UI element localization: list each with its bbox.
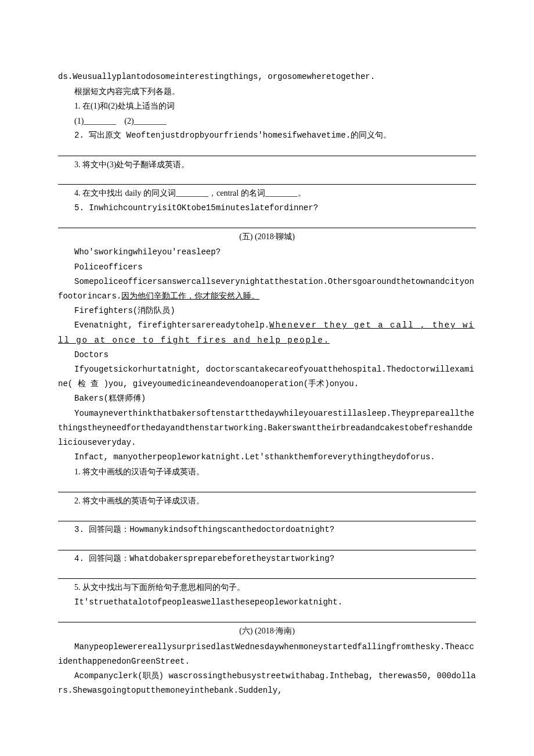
p2a: Somepoliceofficersanswercallseverynighta… — [58, 277, 474, 301]
section5-p5: Youmayneverthinkthatbakersoftenstartthed… — [58, 406, 476, 451]
answer-line[interactable] — [58, 567, 476, 579]
section5-h4: Bakers(糕饼师傅) — [58, 391, 476, 406]
section4-q5: 5. InwhichcountryisitOKtobe15minuteslate… — [58, 201, 476, 215]
section4-intro: 根据短文内容完成下列各题。 — [58, 84, 476, 99]
section4-q3: 3. 将文中(3)处句子翻译成英语。 — [58, 157, 476, 172]
section5-q4: 4. 回答问题：Whatdobakerspreparebeforetheysta… — [58, 552, 476, 566]
answer-line[interactable] — [58, 480, 476, 492]
answer-line[interactable] — [58, 217, 476, 229]
section5-q5a: 5. 从文中找出与下面所给句子意思相同的句子。 — [58, 580, 476, 595]
section5-q5b: It'struethatalotofpeopleaswellasthesepeo… — [58, 595, 476, 610]
section5-p6: Infact, manyotherpeopleworkatnight.Let's… — [58, 450, 476, 465]
section5-p2: Somepoliceofficersanswercallseverynighta… — [58, 275, 476, 304]
answer-line[interactable] — [58, 538, 476, 550]
section5-p3: Evenatnight, firefightersarereadytohelp.… — [58, 318, 476, 347]
top-fragment: ds.Weusuallyplantodosomeinterestingthing… — [58, 70, 476, 84]
section5-p4: Ifyougetsickorhurtatnight, doctorscantak… — [58, 362, 476, 391]
section5-h2: Firefighters(消防队员) — [58, 304, 476, 318]
section6-p2: Acompanyclerk(职员) wascrossingthebusystre… — [58, 669, 476, 698]
section6-p1: ManypeoplewerereallysurprisedlastWednesd… — [58, 640, 476, 669]
section5-q1: 1. 将文中画线的汉语句子译成英语。 — [58, 465, 476, 479]
section5-q3: 3. 回答问题：Howmanykindsofthingscanthedoctor… — [58, 523, 476, 537]
answer-line[interactable] — [58, 144, 476, 156]
p2b-underlined: 因为他们辛勤工作，你才能安然入睡。 — [121, 291, 259, 301]
answer-line[interactable] — [58, 173, 476, 185]
p3a: Evenatnight, firefightersarereadytohelp. — [74, 321, 269, 330]
section4-q1-blanks: (1)________ (2)________ — [58, 114, 476, 128]
section6-title: (六) (2018·海南) — [58, 624, 476, 638]
section5-q2: 2. 将文中画线的英语句子译成汉语。 — [58, 494, 476, 508]
q4-part-b: ，central 的名词________ — [208, 189, 298, 197]
section5-p1: Who'sworkingwhileyou'reasleep? — [58, 245, 476, 260]
answer-line[interactable] — [58, 509, 476, 521]
section4-q4: 4. 在文中找出 daily 的同义词________，central 的名词_… — [58, 186, 476, 200]
answer-line[interactable] — [58, 611, 476, 623]
q4-part-a: 4. 在文中找出 daily 的同义词________ — [74, 189, 208, 197]
section5-h3: Doctors — [58, 348, 476, 362]
q4-part-c: 。 — [298, 189, 306, 197]
section5-title: (五) (2018·聊城) — [58, 229, 476, 244]
section5-h1: Policeofficers — [58, 260, 476, 275]
section4-q1-label: 1. 在(1)和(2)处填上适当的词 — [58, 99, 476, 113]
section4-q2: 2. 写出原文 Weoftenjustdropbyourfriends'home… — [58, 128, 476, 143]
